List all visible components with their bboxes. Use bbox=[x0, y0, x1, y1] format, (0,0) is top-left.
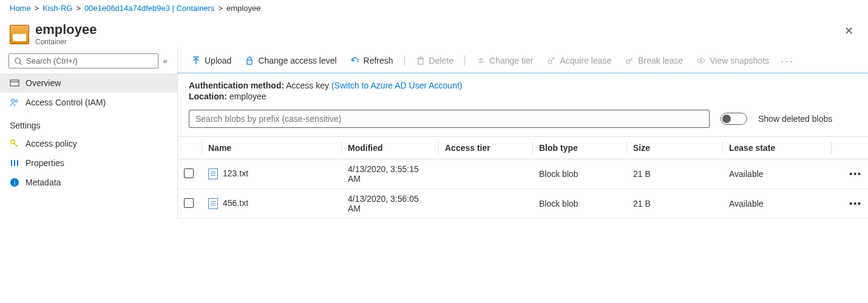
row-more-button[interactable]: ••• bbox=[832, 164, 868, 184]
breadcrumb-resource-group[interactable]: Kish-RG bbox=[42, 4, 72, 13]
svg-point-26 bbox=[700, 60, 702, 62]
auth-method-line: Authentication method: Access key (Switc… bbox=[189, 81, 857, 90]
sidebar-item-label: Metadata bbox=[25, 178, 61, 187]
view-snapshots-button: View snapshots bbox=[690, 52, 775, 69]
sidebar-item-access-control[interactable]: Access Control (IAM) bbox=[0, 93, 177, 112]
column-header-access-tier[interactable]: Access tier bbox=[439, 137, 533, 159]
table-row[interactable]: 456.txt 4/13/2020, 3:56:05 AM Block blob… bbox=[178, 189, 868, 219]
svg-text:i: i bbox=[14, 179, 15, 186]
toolbar-label: Refresh bbox=[364, 56, 393, 65]
change-access-level-button[interactable]: Change access level bbox=[239, 52, 342, 69]
change-tier-icon bbox=[476, 56, 486, 65]
toolbar-label: View snapshots bbox=[710, 56, 769, 65]
blob-search-row: Show deleted blobs bbox=[178, 105, 868, 130]
blob-lease-state: Available bbox=[723, 194, 832, 213]
toolbar-label: Change access level bbox=[258, 56, 336, 65]
svg-point-5 bbox=[15, 100, 18, 102]
show-deleted-toggle[interactable] bbox=[721, 113, 747, 125]
row-checkbox[interactable] bbox=[184, 168, 194, 178]
blob-modified: 4/13/2020, 3:55:15 AM bbox=[342, 159, 439, 188]
sidebar-search[interactable]: Search (Ctrl+/) bbox=[8, 53, 158, 68]
refresh-button[interactable]: Refresh bbox=[344, 52, 399, 69]
column-header-lease-state[interactable]: Lease state bbox=[723, 137, 832, 159]
breadcrumb-home[interactable]: Home bbox=[10, 4, 31, 13]
info-block: Authentication method: Access key (Switc… bbox=[178, 73, 868, 105]
breadcrumb-current: employee bbox=[226, 4, 260, 13]
collapse-sidebar-button[interactable]: « bbox=[161, 54, 170, 68]
toolbar-label: Break lease bbox=[638, 56, 683, 65]
toolbar-divider bbox=[464, 55, 465, 66]
svg-line-25 bbox=[631, 59, 632, 61]
svg-point-0 bbox=[15, 58, 21, 63]
delete-button: Delete bbox=[410, 52, 459, 69]
blob-modified: 4/13/2020, 3:56:05 AM bbox=[342, 189, 439, 218]
sidebar-item-properties[interactable]: Properties bbox=[0, 153, 177, 173]
switch-auth-link[interactable]: (Switch to Azure AD User Account) bbox=[331, 81, 463, 90]
eye-icon bbox=[696, 56, 706, 65]
auth-method-label: Authentication method: bbox=[189, 81, 284, 90]
blob-size: 21 B bbox=[627, 194, 723, 213]
chevron-right-icon: > bbox=[35, 4, 39, 13]
sidebar-item-access-policy[interactable]: Access policy bbox=[0, 134, 177, 153]
breadcrumb-storage-account[interactable]: 00e1e06d14a74dfeb9e3 | Containers bbox=[84, 4, 214, 13]
blob-size: 21 B bbox=[627, 164, 723, 184]
location-label: Location: bbox=[189, 92, 227, 101]
sidebar: Search (Ctrl+/) « Overview Access Contro… bbox=[0, 48, 177, 219]
sidebar-item-label: Properties bbox=[25, 158, 64, 168]
auth-method-value: Access key bbox=[286, 81, 329, 90]
chevron-right-icon: > bbox=[76, 4, 81, 13]
blob-grid: Name Modified Access tier Blob type Size… bbox=[178, 136, 868, 219]
blob-type: Block blob bbox=[533, 194, 627, 213]
blob-access-tier bbox=[439, 169, 533, 179]
blob-name[interactable]: 123.txt bbox=[223, 168, 248, 178]
sidebar-search-placeholder: Search (Ctrl+/) bbox=[26, 56, 78, 65]
key-icon bbox=[10, 139, 19, 148]
page-header: employee Container ✕ bbox=[0, 17, 868, 48]
toolbar-label: Change tier bbox=[489, 56, 533, 65]
location-value: employee bbox=[229, 92, 266, 101]
grid-header-row: Name Modified Access tier Blob type Size… bbox=[178, 136, 868, 159]
column-header-actions bbox=[832, 137, 868, 159]
chevron-right-icon: > bbox=[218, 4, 223, 13]
column-header-blob-type[interactable]: Blob type bbox=[533, 137, 627, 159]
page-subtitle: Container bbox=[35, 38, 97, 46]
svg-line-1 bbox=[20, 62, 22, 65]
break-lease-button: Break lease bbox=[619, 52, 689, 69]
people-icon bbox=[10, 98, 19, 107]
sidebar-item-overview[interactable]: Overview bbox=[0, 73, 177, 93]
toolbar-label: Upload bbox=[205, 56, 231, 65]
toolbar-label: Acquire lease bbox=[560, 56, 611, 65]
toolbar-label: Delete bbox=[429, 56, 453, 65]
row-more-button[interactable]: ••• bbox=[832, 194, 868, 213]
table-row[interactable]: 123.txt 4/13/2020, 3:55:15 AM Block blob… bbox=[178, 159, 868, 189]
refresh-icon bbox=[350, 56, 360, 65]
container-icon bbox=[10, 25, 29, 44]
column-header-size[interactable]: Size bbox=[627, 137, 723, 159]
breadcrumb: Home > Kish-RG > 00e1e06d14a74dfeb9e3 | … bbox=[0, 0, 868, 17]
toolbar-more-button[interactable]: · · · bbox=[776, 53, 797, 69]
blob-type: Block blob bbox=[533, 164, 627, 184]
blob-search-input[interactable] bbox=[189, 110, 710, 128]
row-checkbox[interactable] bbox=[184, 198, 194, 208]
toggle-knob bbox=[722, 115, 731, 123]
blob-lease-state: Available bbox=[723, 164, 832, 184]
blob-access-tier bbox=[439, 199, 533, 208]
column-header-checkbox bbox=[178, 137, 202, 159]
svg-line-24 bbox=[629, 58, 632, 61]
upload-icon bbox=[191, 56, 201, 65]
break-lease-icon bbox=[625, 56, 634, 65]
upload-button[interactable]: Upload bbox=[185, 52, 237, 69]
sidebar-section-settings: Settings bbox=[0, 112, 177, 134]
blob-name[interactable]: 456.txt bbox=[223, 198, 248, 208]
column-header-modified[interactable]: Modified bbox=[342, 137, 439, 159]
file-icon bbox=[208, 198, 218, 209]
sidebar-item-metadata[interactable]: i Metadata bbox=[0, 173, 177, 192]
close-icon[interactable]: ✕ bbox=[839, 23, 858, 39]
main-content: Upload Change access level Refresh Delet… bbox=[177, 48, 868, 219]
info-icon: i bbox=[10, 178, 19, 187]
column-header-name[interactable]: Name bbox=[202, 137, 342, 159]
change-tier-button: Change tier bbox=[470, 52, 539, 69]
page-title: employee bbox=[35, 23, 97, 36]
toolbar: Upload Change access level Refresh Delet… bbox=[178, 48, 868, 73]
search-icon bbox=[14, 57, 22, 65]
